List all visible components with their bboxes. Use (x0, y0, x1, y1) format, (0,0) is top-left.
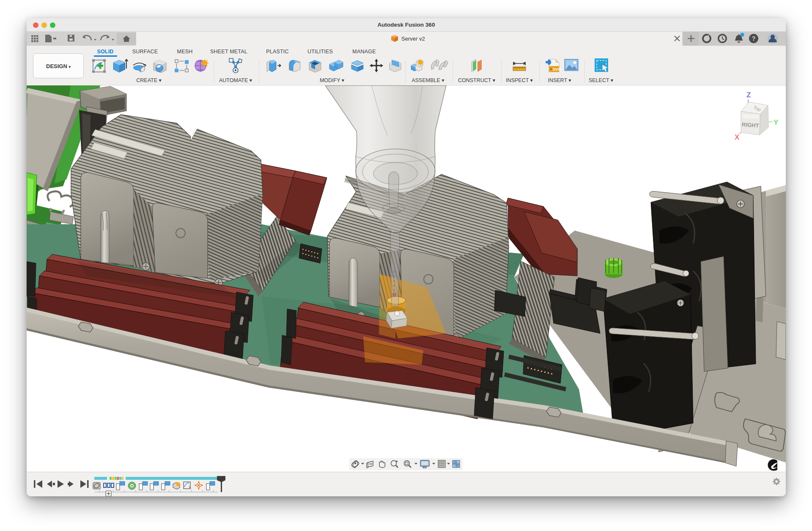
svg-text:Z: Z (746, 91, 751, 99)
svg-text:RIGHT: RIGHT (742, 121, 759, 129)
svg-text:SVG: SVG (553, 67, 561, 72)
svg-text:X: X (735, 133, 740, 141)
svg-text:Y: Y (774, 118, 779, 127)
